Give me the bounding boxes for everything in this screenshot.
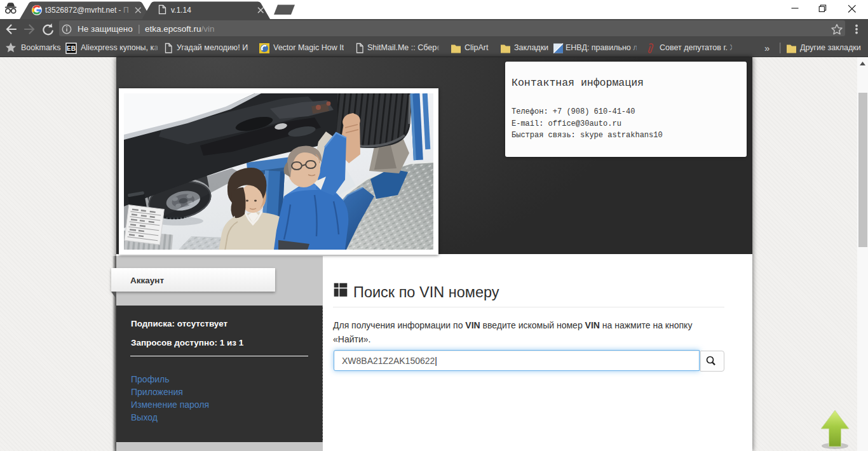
svg-text:EB: EB	[67, 45, 76, 52]
svg-text:»: »	[764, 43, 770, 53]
